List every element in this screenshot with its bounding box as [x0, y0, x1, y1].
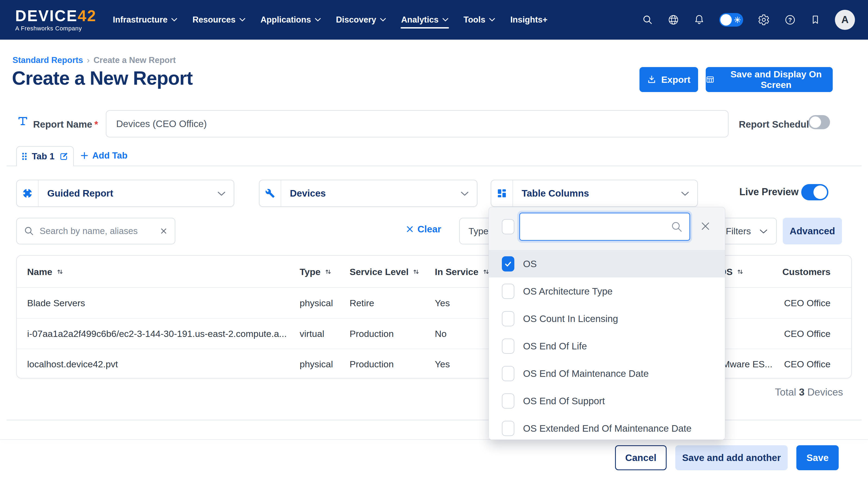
- checkbox-unchecked[interactable]: [502, 311, 514, 326]
- checkbox-unchecked[interactable]: [502, 421, 514, 436]
- sun-icon: [734, 16, 741, 23]
- columns-search-input[interactable]: [520, 213, 689, 240]
- cell-service-level: Production: [349, 319, 394, 349]
- breadcrumb-current: Create a New Report: [93, 55, 176, 65]
- clear-filters-button[interactable]: Clear: [406, 224, 441, 235]
- toggle-knob: [810, 117, 821, 128]
- breadcrumb-separator: ›: [87, 55, 90, 65]
- check-icon: [504, 260, 513, 268]
- search-icon[interactable]: [642, 14, 653, 25]
- download-icon: [647, 75, 656, 84]
- report-name-label: Report Name*: [33, 119, 98, 130]
- column-header-type[interactable]: Type: [300, 256, 332, 288]
- device42-logo[interactable]: DEVICE42 A Freshworks Company: [15, 8, 97, 31]
- cell-service-level: Retire: [349, 288, 374, 318]
- settings-gear-icon[interactable]: [758, 14, 770, 26]
- select-all-checkbox[interactable]: [502, 219, 514, 234]
- text-field-icon: [17, 115, 29, 127]
- save-and-add-another-button[interactable]: Save and add another: [675, 445, 788, 470]
- cell-in-service: No: [435, 319, 446, 349]
- checkbox-unchecked[interactable]: [502, 284, 514, 299]
- cancel-button[interactable]: Cancel: [615, 445, 666, 470]
- sort-icon[interactable]: [412, 268, 420, 276]
- nav-item-applications[interactable]: Applications: [260, 10, 321, 30]
- cell-customers: CEO Office: [784, 319, 831, 349]
- object-type-select[interactable]: Devices: [259, 180, 477, 207]
- help-icon[interactable]: ?: [784, 14, 796, 26]
- nav-item-tools[interactable]: Tools: [464, 10, 495, 30]
- breadcrumb: Standard Reports › Create a New Report: [12, 55, 176, 65]
- live-preview-toggle[interactable]: [801, 184, 828, 200]
- cell-type: virtual: [300, 319, 324, 349]
- advanced-button[interactable]: Advanced: [783, 218, 842, 244]
- report-schedule-toggle[interactable]: [808, 115, 830, 129]
- report-name-input[interactable]: [106, 110, 728, 138]
- close-icon[interactable]: [700, 220, 711, 232]
- column-option-os-end-of-maintenance-date[interactable]: OS End Of Maintenance Date: [489, 360, 725, 387]
- table-icon: [706, 74, 715, 84]
- column-option-os-extended-end-of-maintenance-date[interactable]: OS Extended End Of Maintenance Date: [489, 415, 725, 440]
- table-columns-select[interactable]: Table Columns: [491, 180, 698, 207]
- chevron-down-icon: [217, 191, 225, 196]
- column-header-service-level[interactable]: Service Level: [349, 256, 420, 288]
- column-header-name[interactable]: Name: [27, 256, 64, 288]
- column-option-os-count-in-licensing[interactable]: OS Count In Licensing: [489, 305, 725, 332]
- chevron-down-icon: [315, 18, 321, 22]
- live-preview-label: Live Preview: [739, 186, 799, 198]
- checkbox-unchecked[interactable]: [502, 338, 514, 354]
- nav-item-discovery[interactable]: Discovery: [336, 10, 386, 30]
- cell-type: physical: [300, 288, 333, 318]
- guided-report-icon: [17, 180, 38, 206]
- sort-icon[interactable]: [324, 268, 332, 276]
- chevron-down-icon: [171, 18, 177, 22]
- globe-icon[interactable]: [668, 14, 679, 26]
- sort-icon[interactable]: [736, 268, 744, 276]
- chevron-down-icon: [442, 18, 448, 22]
- clear-search-icon[interactable]: [160, 227, 168, 235]
- column-header-in-service[interactable]: In Service: [435, 256, 490, 288]
- column-option-os-end-of-support[interactable]: OS End Of Support: [489, 387, 725, 415]
- brand-tagline: A Freshworks Company: [15, 26, 97, 31]
- column-header-customers: Customers: [782, 256, 831, 288]
- nav-item-insights[interactable]: Insights+: [510, 10, 548, 30]
- tab-tab1[interactable]: Tab 1: [16, 146, 74, 166]
- chevron-down-icon: [380, 18, 386, 22]
- checkbox-checked[interactable]: [502, 256, 514, 271]
- page-title: Create a New Report: [12, 67, 193, 89]
- device-search-input[interactable]: [40, 226, 154, 236]
- nav-item-resources[interactable]: Resources: [192, 10, 245, 30]
- save-button[interactable]: Save: [796, 445, 839, 470]
- checkbox-unchecked[interactable]: [502, 393, 514, 409]
- table-columns-dropdown-panel: OS OS Architecture Type OS Count In Lice…: [489, 207, 725, 440]
- report-type-select[interactable]: Guided Report: [16, 180, 234, 207]
- column-option-os-architecture-type[interactable]: OS Architecture Type: [489, 277, 725, 305]
- sort-icon[interactable]: [56, 268, 64, 276]
- main-nav: Infrastructure Resources Applications Di…: [113, 10, 548, 30]
- nav-item-infrastructure[interactable]: Infrastructure: [113, 10, 178, 30]
- table-row: Blade Servers physical Retire Yes CEO Of…: [17, 288, 851, 318]
- rename-tab-icon[interactable]: [59, 151, 69, 161]
- table-row: i-07aa1a2a2f499c6b6/ec2-3-144-30-191.us-…: [17, 318, 851, 349]
- breadcrumb-parent-link[interactable]: Standard Reports: [12, 55, 83, 65]
- theme-toggle[interactable]: [719, 13, 743, 27]
- column-option-os[interactable]: OS: [489, 250, 725, 277]
- wrench-icon: [259, 180, 281, 206]
- chevron-down-icon: [461, 191, 469, 196]
- add-tab-button[interactable]: Add Tab: [80, 150, 128, 161]
- bookmark-icon[interactable]: [810, 14, 820, 25]
- user-avatar[interactable]: A: [835, 10, 855, 30]
- save-and-display-button[interactable]: Save and Display On Screen: [706, 67, 833, 92]
- notifications-bell-icon[interactable]: [694, 14, 705, 26]
- export-button[interactable]: Export: [640, 67, 698, 92]
- cell-customers: CEO Office: [784, 349, 831, 379]
- section-divider: [6, 420, 862, 420]
- cell-type: physical: [300, 349, 333, 379]
- checkbox-unchecked[interactable]: [502, 366, 514, 381]
- drag-handle-icon[interactable]: [22, 152, 27, 161]
- x-icon: [406, 226, 414, 233]
- chevron-down-icon: [760, 229, 768, 234]
- table-row: localhost.device42.pvt physical Producti…: [17, 349, 851, 379]
- nav-item-analytics[interactable]: Analytics: [401, 10, 448, 30]
- columns-search-box: [519, 213, 690, 241]
- column-option-os-end-of-life[interactable]: OS End Of Life: [489, 332, 725, 360]
